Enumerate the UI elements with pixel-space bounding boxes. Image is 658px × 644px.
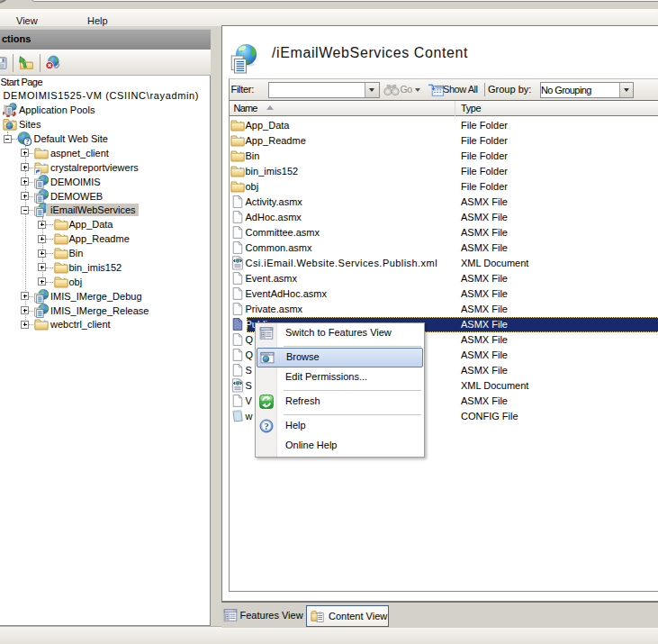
tree-node-label[interactable]: aspnet_client — [46, 147, 112, 159]
table-row[interactable]: Private.asmxASMX File — [230, 302, 658, 317]
cell-name[interactable]: Activity.asmx — [246, 196, 302, 207]
tree-node-bin[interactable]: Bin — [0, 246, 210, 260]
go-button[interactable]: Go — [401, 84, 412, 95]
menu-item-help[interactable]: Help — [256, 416, 424, 436]
tree-node-demoimis1525-vm-csiinc-rayadmin-[interactable]: DEMOIMIS1525-VM (CSIINC\rayadmin) — [0, 88, 210, 103]
expand-icon[interactable] — [38, 249, 46, 258]
show-all-button[interactable]: Show All — [443, 84, 478, 95]
cell-name[interactable]: App_Data — [246, 120, 290, 131]
expand-icon[interactable] — [38, 221, 46, 229]
tree-node-label[interactable]: obj — [65, 276, 86, 288]
tree-node-label[interactable]: bin_imis152 — [65, 261, 125, 274]
expand-icon[interactable] — [21, 306, 29, 314]
collapse-icon[interactable] — [4, 135, 12, 143]
cell-name[interactable]: AdHoc.asmx — [246, 212, 302, 222]
tree-node-bin-imis152[interactable]: bin_imis152 — [0, 260, 210, 275]
cell-name[interactable]: Bin — [246, 150, 260, 161]
tree-node-demoweb[interactable]: DEMOWEB — [0, 189, 210, 204]
cell-name[interactable]: Private.asmx — [246, 304, 303, 314]
column-header-name[interactable]: Name — [234, 103, 257, 113]
menu-item-browse[interactable]: Browse — [257, 348, 423, 367]
cell-name[interactable]: Committee.asmx — [246, 227, 320, 238]
tree-node-label[interactable]: Start Page — [0, 76, 45, 88]
menu-item-switch-to-features-view[interactable]: Switch to Features View — [256, 323, 424, 343]
column-separator[interactable] — [455, 101, 455, 116]
cell-name[interactable]: bin_imis152 — [246, 166, 299, 177]
tree-node-aspnet-client[interactable]: aspnet_client — [0, 146, 210, 160]
expand-icon[interactable] — [21, 292, 29, 300]
tree-node-label[interactable]: App_Data — [65, 218, 116, 231]
table-row[interactable]: Committee.asmxASMX File — [230, 225, 658, 240]
go-dropdown-arrow[interactable] — [415, 88, 420, 92]
tree-node-label[interactable]: DEMOIMIS — [46, 176, 104, 188]
tree-node-label[interactable]: DEMOWEB — [46, 190, 105, 203]
table-row[interactable]: Event.asmxASMX File — [230, 271, 658, 286]
table-row[interactable]: Csi.iEmail.Website.Services.Publish.xmlX… — [230, 256, 658, 271]
cell-name[interactable]: Common.asmx — [246, 242, 312, 253]
tree-node-label[interactable]: Default Web Site — [30, 132, 111, 145]
cell-name[interactable]: Q — [246, 349, 254, 360]
tree-node-sites[interactable]: Sites — [0, 117, 210, 132]
tree-node-webctrl-client[interactable]: webctrl_client — [0, 317, 210, 331]
expand-icon[interactable] — [21, 149, 29, 157]
tree-node-imis-imerge-release[interactable]: IMIS_IMerge_Release — [0, 304, 210, 318]
tree-node-application-pools[interactable]: Application Pools — [0, 103, 210, 117]
tree-node-label[interactable]: Bin — [65, 247, 86, 259]
expand-icon[interactable] — [21, 177, 29, 186]
menu-view[interactable]: View — [16, 13, 38, 29]
tab-content-view[interactable]: Content View — [306, 605, 389, 627]
table-row[interactable]: App_ReadmeFile Folder — [230, 133, 658, 149]
tree-node-label[interactable]: Sites — [14, 118, 43, 131]
tree-node-label[interactable]: DEMOIMIS1525-VM (CSIINC\rayadmin) — [0, 89, 202, 102]
address-bar[interactable] — [30, 0, 658, 2]
table-row[interactable]: bin_imis152File Folder — [230, 164, 658, 179]
table-row[interactable]: App_DataFile Folder — [230, 118, 658, 133]
tree-node-start-page[interactable]: Start Page — [0, 76, 210, 89]
tree-node-default-web-site[interactable]: Default Web Site — [0, 132, 210, 146]
cell-name[interactable]: Q — [246, 334, 254, 345]
group-by-select[interactable]: No Grouping — [540, 82, 634, 98]
cell-name[interactable]: w — [246, 411, 253, 422]
cell-name[interactable]: S — [246, 365, 252, 376]
group-by-dropdown-button[interactable] — [619, 83, 633, 97]
tree-node-imis-imerge-debug[interactable]: IMIS_IMerge_Debug — [0, 289, 210, 304]
cell-name[interactable]: V — [246, 395, 252, 406]
table-row[interactable]: objFile Folder — [230, 179, 658, 195]
table-row[interactable]: Common.asmxASMX File — [230, 240, 658, 256]
column-header-type[interactable]: Type — [461, 103, 481, 113]
tree-node-crystalreportviewers[interactable]: crystalreportviewers — [0, 160, 210, 175]
menu-help[interactable]: Help — [87, 13, 108, 29]
connect-icon[interactable] — [18, 55, 33, 70]
filter-input[interactable] — [268, 82, 380, 98]
cell-name[interactable]: App_Readme — [246, 135, 306, 146]
expand-icon[interactable] — [21, 321, 29, 329]
tree-node-label[interactable]: webctrl_client — [46, 318, 113, 331]
expand-icon[interactable] — [38, 277, 46, 286]
table-row[interactable]: BinFile Folder — [230, 149, 658, 164]
table-row[interactable]: EventAdHoc.asmxASMX File — [230, 286, 658, 302]
cell-name[interactable]: obj — [246, 181, 259, 192]
expand-icon[interactable] — [21, 192, 29, 200]
expand-icon[interactable] — [38, 263, 46, 271]
expand-icon[interactable] — [21, 163, 29, 171]
tree-node-label[interactable]: App_Readme — [65, 232, 132, 245]
menu-item-edit-permissions-[interactable]: Edit Permissions... — [256, 367, 424, 387]
tree-node-label[interactable]: IMIS_IMerge_Debug — [46, 290, 145, 303]
menu-item-online-help[interactable]: Online Help — [256, 436, 424, 456]
tree-node-label[interactable]: iEmailWebServices — [46, 204, 139, 216]
tree-node-iemailwebservices[interactable]: iEmailWebServices — [0, 203, 210, 217]
cell-name[interactable]: S — [246, 380, 252, 391]
tree-node-app-readme[interactable]: App_Readme — [0, 231, 210, 246]
filter-dropdown-button[interactable] — [365, 83, 379, 97]
remove-connection-icon[interactable] — [45, 55, 60, 70]
expand-icon[interactable] — [38, 235, 46, 243]
tree-node-obj[interactable]: obj — [0, 275, 210, 289]
tree-node-app-data[interactable]: App_Data — [0, 217, 210, 231]
cell-name[interactable]: Csi.iEmail.Website.Services.Publish.xml — [246, 258, 438, 268]
table-row[interactable]: AdHoc.asmxASMX File — [230, 210, 658, 225]
tree-node-label[interactable]: IMIS_IMerge_Release — [46, 304, 151, 317]
tree-node-label[interactable]: crystalreportviewers — [46, 161, 141, 174]
tree-node-demoimis[interactable]: DEMOIMIS — [0, 175, 210, 189]
collapse-icon[interactable] — [21, 206, 29, 214]
cell-name[interactable]: EventAdHoc.asmx — [246, 288, 327, 299]
